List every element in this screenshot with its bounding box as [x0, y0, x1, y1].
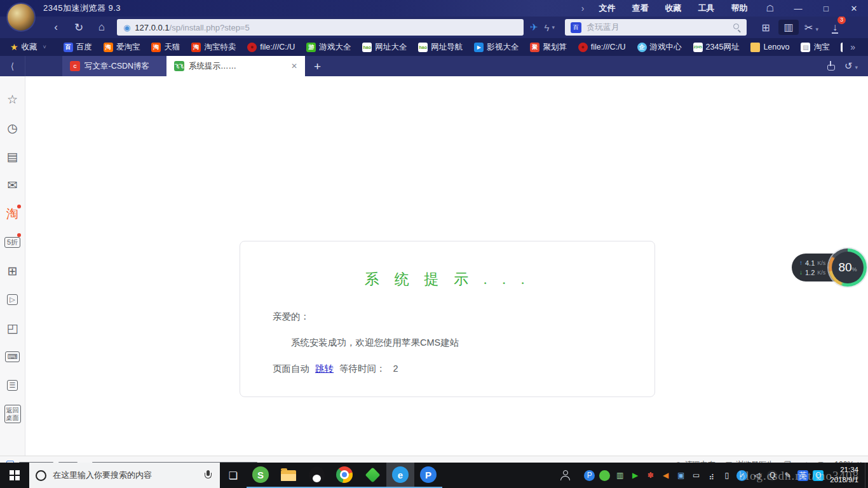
bookmark-item[interactable]: ▤ hao123导: [835, 42, 843, 53]
refresh-button[interactable]: ↻: [67, 21, 90, 34]
bookmark-item[interactable]: 百 百度: [58, 42, 98, 53]
sidebar-item[interactable]: 5折: [0, 228, 25, 257]
bookmark-favicon: ●: [247, 43, 257, 52]
flash-mode-icon[interactable]: ϟ: [545, 22, 550, 33]
tray-icon[interactable]: ▯: [721, 470, 732, 481]
bookmark-item[interactable]: 聚 聚划算: [524, 42, 573, 53]
tray-icon[interactable]: ▥: [614, 470, 625, 481]
sidebar-item[interactable]: ⊞: [0, 257, 25, 285]
sidebar-item[interactable]: ✉: [0, 171, 25, 200]
jump-link[interactable]: 跳转: [315, 363, 334, 374]
screenshot-scissors-icon[interactable]: ✂▾: [801, 22, 822, 34]
tray-icon[interactable]: ▭: [691, 470, 702, 481]
sidebar-item[interactable]: ☰: [0, 371, 25, 400]
speed-widget[interactable]: ↑ 4.1 K/s ↓ 1.2 K/s 80 %: [792, 248, 868, 287]
sidebar-item[interactable]: ⌨: [0, 342, 25, 371]
menu-view[interactable]: 查看: [623, 3, 656, 14]
back-button[interactable]: ‹: [44, 21, 67, 34]
taskbar-app[interactable]: S: [247, 463, 275, 488]
tab-close-icon[interactable]: ✕: [291, 62, 297, 71]
bookmark-item[interactable]: hao 网址导航: [412, 42, 468, 53]
tab-system-prompt[interactable]: 飞飞 系统提示…… ✕: [166, 56, 305, 76]
menu-tools[interactable]: 工具: [689, 3, 722, 14]
menu-help[interactable]: 帮助: [722, 3, 756, 14]
tab-csdn[interactable]: C 写文章-CSDN博客: [62, 56, 166, 76]
bookmark-item[interactable]: ▤ 淘宝: [795, 42, 835, 53]
taskbar-clock[interactable]: 21:34 2018/9/1: [826, 465, 865, 485]
bookmark-item[interactable]: 淘 天猫: [146, 42, 186, 53]
extensions-icon[interactable]: ⊞: [756, 22, 776, 34]
tray-icon[interactable]: ⣴: [706, 470, 717, 481]
close-button[interactable]: ✕: [840, 4, 868, 13]
tab-scroll-left-icon[interactable]: ⟨: [0, 56, 25, 76]
page-content: 系 统 提 示 . . . 亲爱的： 系统安装成功，欢迎您使用苹果CMS建站 页…: [26, 76, 868, 456]
tray-icon[interactable]: ◀: [660, 470, 671, 481]
memory-usage-ring[interactable]: 80 %: [829, 248, 867, 287]
address-bar[interactable]: ◉ 127.0.0.1/sp/install.php?step=5: [117, 19, 524, 36]
search-box[interactable]: 百 贪玩蓝月: [565, 19, 747, 36]
taskbar-app[interactable]: P: [414, 463, 442, 488]
tray-icon[interactable]: ▣: [675, 470, 686, 481]
menu-expander-chevron[interactable]: ›: [575, 3, 591, 13]
favorites-menu[interactable]: ★ 收藏 ˅: [5, 42, 51, 53]
bookmark-item[interactable]: hao 网址大全: [356, 42, 412, 53]
maximize-button[interactable]: □: [812, 4, 840, 13]
taskbar-app[interactable]: [358, 463, 386, 488]
bookmark-item[interactable]: 淘 淘宝特卖: [186, 42, 241, 53]
user-avatar[interactable]: [6, 3, 36, 32]
bookmark-item[interactable]: Lenovo: [745, 43, 795, 52]
sidebar-item[interactable]: ▤: [0, 142, 25, 171]
sidebar-item[interactable]: ▷: [0, 285, 25, 314]
speed-boost-icon[interactable]: ✈: [530, 22, 538, 33]
microphone-icon[interactable]: [205, 470, 211, 480]
sidebar-item-icon: 返回桌面: [4, 405, 21, 423]
new-tab-button[interactable]: +: [314, 57, 321, 76]
bookmark-item[interactable]: 2345 2345网址: [688, 42, 745, 53]
bookmark-item[interactable]: ● file:///C:/U: [241, 43, 301, 52]
tray-icon[interactable]: P: [584, 470, 595, 481]
bookmark-item[interactable]: 淘 爱淘宝: [98, 42, 146, 53]
sidebar-item-icon: ▷: [7, 294, 17, 305]
tray-icon[interactable]: ✽: [645, 470, 656, 481]
home-button[interactable]: ⌂: [90, 21, 113, 34]
site-security-icon[interactable]: ◉: [123, 23, 130, 32]
bookmarks-overflow-chevron[interactable]: »: [843, 42, 863, 52]
start-button[interactable]: [0, 463, 29, 488]
bookmark-item[interactable]: 游 游戏大全: [301, 42, 356, 53]
show-desktop-strip[interactable]: [865, 463, 868, 488]
taskbar-app[interactable]: [330, 463, 358, 488]
restore-tab-button[interactable]: ↺▾: [844, 60, 858, 72]
sidebar-item[interactable]: 淘: [0, 200, 25, 228]
tray-icon[interactable]: [599, 470, 610, 481]
cortana-search-box[interactable]: 在这里输入你要搜索的内容: [29, 463, 220, 488]
people-icon[interactable]: [560, 470, 570, 480]
taskbar-app[interactable]: [275, 463, 302, 488]
upload-arrow-icon: ↑: [799, 259, 803, 266]
skin-theme-icon[interactable]: ☖: [756, 3, 784, 13]
notification-dot: [17, 205, 21, 208]
sidebar-item[interactable]: ◰: [0, 314, 25, 342]
search-icon[interactable]: [733, 24, 741, 31]
downloads-button[interactable]: ↓ 3: [824, 22, 846, 33]
bookmark-item[interactable]: ● file:///C:/U: [573, 43, 632, 52]
mode-dropdown-caret[interactable]: ▾: [552, 24, 555, 30]
tray-icon[interactable]: ▶: [630, 470, 641, 481]
taskbar-app[interactable]: [302, 463, 330, 488]
reading-mode-icon[interactable]: ▥: [778, 20, 799, 35]
sidebar-item[interactable]: ◷: [0, 114, 25, 142]
taskbar-app-icon: [336, 466, 353, 483]
search-input[interactable]: 贪玩蓝月: [587, 22, 728, 33]
taskbar-search-input[interactable]: 在这里输入你要搜索的内容: [53, 470, 198, 481]
cortana-icon: [36, 470, 46, 481]
taskbar-app[interactable]: e: [386, 463, 414, 488]
menu-favorites[interactable]: 收藏: [656, 3, 689, 14]
bookmark-item[interactable]: ▶ 影视大全: [468, 42, 524, 53]
clean-traces-broom-icon[interactable]: [825, 61, 836, 71]
menu-file[interactable]: 文件: [590, 3, 623, 14]
bookmark-label: 聚划算: [543, 42, 567, 53]
sidebar-item[interactable]: 返回桌面: [0, 400, 25, 428]
task-view-button[interactable]: ❏: [220, 470, 247, 482]
bookmark-item[interactable]: 企 游戏中心: [632, 42, 688, 53]
sidebar-item[interactable]: ☆: [0, 85, 25, 114]
minimize-button[interactable]: —: [784, 4, 812, 13]
